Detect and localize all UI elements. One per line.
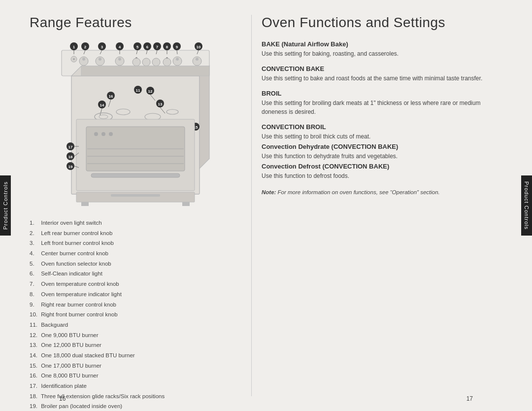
list-item: 4. Center burner control knob [30,248,241,259]
list-item: 19. Broiler pan (located inside oven) [30,401,241,411]
sections-container: BAKE (Natural Airflow Bake)Use this sett… [262,40,498,180]
svg-text:3: 3 [101,45,103,49]
item-number: 6. [30,269,39,279]
svg-text:10: 10 [197,45,201,49]
item-number: 12. [30,330,39,341]
note-label: Note: [262,189,276,195]
svg-point-48 [196,58,199,61]
item-number: 9. [30,300,39,310]
page-num-right: 17 [466,395,473,402]
section-block: CONVECTION BAKEUse this setting to bake … [262,65,498,83]
svg-rect-77 [91,173,180,177]
right-column: Oven Functions and Settings BAKE (Natura… [252,0,513,411]
svg-marker-51 [200,66,209,169]
section-heading: BAKE (Natural Airflow Bake) [262,40,498,48]
svg-point-32 [73,58,75,60]
svg-text:14: 14 [100,103,104,107]
side-tab-right: Product Controls [521,175,532,236]
section-block: BROILUse this setting for broiling dark … [262,90,498,116]
item-number: 3. [30,238,39,248]
note-text: Note: For more information on oven funct… [262,188,498,197]
item-number: 17. [30,381,39,391]
list-item: 12. One 9,000 BTU burner [30,330,241,341]
item-number: 10. [30,309,39,320]
svg-point-36 [99,58,101,61]
item-number: 4. [30,248,39,259]
list-item: 17. Identification plate [30,381,241,391]
svg-text:6: 6 [146,45,149,49]
svg-point-79 [101,132,105,136]
svg-point-42 [152,58,160,66]
section-description: Use this function to dehydrate fruits an… [262,152,498,161]
right-title: Oven Functions and Settings [262,15,498,31]
svg-point-80 [109,132,113,136]
svg-rect-96 [182,202,190,206]
section-heading: CONVECTION BROIL [262,123,498,131]
section-description: Use this function to defrost foods. [262,171,498,180]
svg-point-34 [82,58,85,61]
list-item: 16. One 8,000 BTU burner [30,371,241,381]
section-heading: BROIL [262,90,498,97]
svg-text:16: 16 [109,94,113,99]
item-number: 1. [30,218,39,228]
left-title: Range Features [30,15,241,31]
svg-text:7: 7 [156,45,159,49]
svg-text:2: 2 [84,45,87,49]
item-number: 15. [30,361,39,371]
svg-text:8: 8 [166,45,168,49]
section-heading: Convection Dehydrate (CONVECTION BAKE) [262,143,498,150]
item-number: 2. [30,228,39,239]
list-item: 3. Left front burner control knob [30,238,241,248]
section-description: Use this setting to bake and roast foods… [262,74,498,83]
list-item: 14. One 18,000 dual stacked BTU burner [30,350,241,361]
svg-text:19: 19 [68,165,73,169]
svg-rect-93 [76,192,195,202]
item-number: 5. [30,259,39,269]
section-heading: CONVECTION BAKE [262,65,498,72]
svg-rect-94 [111,194,160,197]
list-item: 5. Oven function selector knob [30,259,241,269]
section-block: Convection Dehydrate (CONVECTION BAKE)Us… [262,143,498,161]
svg-rect-52 [81,66,209,76]
list-item: 13. One 12,000 BTU burner [30,340,241,350]
section-description: Use this setting for broiling dark meats… [262,99,498,116]
list-item: 9. Right rear burner control knob [30,300,241,310]
page-num-left: 16 [59,395,66,402]
svg-text:13: 13 [158,102,163,106]
item-number: 7. [30,279,39,289]
svg-text:1: 1 [73,45,75,49]
item-number: 16. [30,371,39,381]
svg-point-78 [94,132,98,136]
list-item: 11. Backguard [30,320,241,330]
svg-text:9: 9 [176,45,178,49]
svg-point-41 [142,58,150,66]
list-item: 15. One 17,000 BTU burner [30,361,241,371]
item-number: 13. [30,340,39,350]
list-item: 10. Right front burner control knob [30,309,241,320]
list-item: 7. Oven temperature control knob [30,279,241,289]
svg-text:17: 17 [68,145,73,149]
item-number: 19. [30,401,39,411]
parts-list: 1. Interior oven light switch2. Left rea… [30,218,241,411]
item-number: 8. [30,289,39,300]
svg-point-40 [133,58,140,66]
svg-rect-95 [81,202,89,206]
section-description: Use this setting for baking, roasting, a… [262,49,498,58]
list-item: 6. Self-Clean indicator light [30,269,241,279]
section-description: Use this setting to broil thick cuts of … [262,132,498,141]
list-item: 8. Oven temperature indicator light [30,289,241,300]
left-column: Range Features 1 2 3 4 [15,0,251,411]
note-content: For more information on oven functions, … [278,189,440,195]
section-block: CONVECTION BROILUse this setting to broi… [262,123,498,141]
section-block: Convection Defrost (CONVECTION BAKE)Use … [262,163,498,180]
item-number: 14. [30,350,39,361]
svg-point-44 [163,58,171,66]
svg-text:5: 5 [136,45,139,49]
svg-point-46 [176,58,179,61]
list-item: 2. Left rear burner control knob [30,228,241,239]
side-tab-left: Product Controls [0,175,11,236]
section-heading: Convection Defrost (CONVECTION BAKE) [262,163,498,170]
svg-point-38 [118,58,121,61]
svg-text:18: 18 [68,155,73,159]
svg-text:11: 11 [136,88,140,93]
